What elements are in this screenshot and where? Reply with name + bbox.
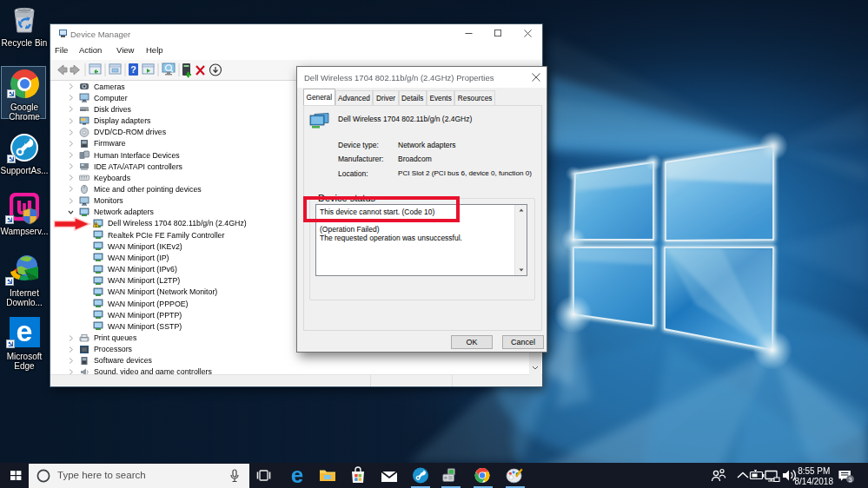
svg-text:3: 3	[848, 476, 851, 484]
svg-text:?: ?	[130, 64, 136, 75]
